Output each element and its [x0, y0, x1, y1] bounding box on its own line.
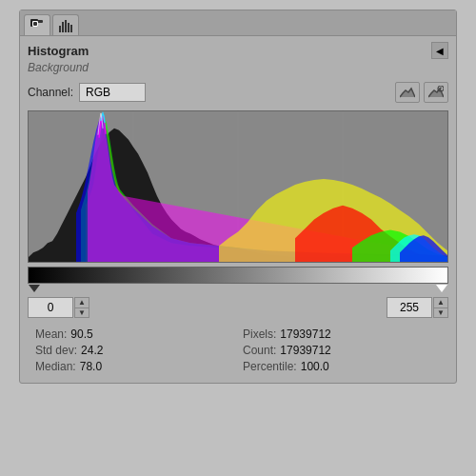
svg-rect-6 [65, 20, 67, 32]
left-increment-btn[interactable]: ▲ [74, 297, 89, 307]
gradient-bar [28, 267, 448, 284]
left-stepper-buttons: ▲ ▼ [74, 297, 89, 318]
channel-row: Channel: RGB Red Green Blue Luminosity C… [20, 78, 456, 107]
pixels-value: 17939712 [280, 327, 330, 341]
layer-name: Background [20, 61, 456, 78]
mountain-chart-icon [400, 86, 415, 99]
tab-layers[interactable] [24, 14, 50, 35]
svg-rect-4 [59, 26, 61, 32]
svg-rect-7 [68, 23, 69, 32]
histogram-display [28, 110, 448, 263]
percentile-stat: Percentile: 100.0 [243, 360, 441, 373]
left-stepper-group: ▲ ▼ [28, 297, 89, 318]
mean-value: 90.5 [70, 327, 92, 341]
percentile-value: 100.0 [301, 360, 329, 373]
refresh-chart-icon [428, 86, 444, 99]
pixels-label: Pixels: [243, 327, 276, 341]
median-stat: Median: 78.0 [35, 360, 233, 373]
svg-rect-3 [33, 22, 37, 26]
tab-bar [20, 10, 456, 36]
count-label: Count: [243, 344, 276, 357]
histogram-panel: Histogram ◀ Background Channel: RGB Red … [19, 10, 457, 384]
percentile-label: Percentile: [243, 360, 297, 373]
stddev-label: Std dev: [35, 344, 77, 357]
collapse-button[interactable]: ◀ [431, 42, 448, 59]
mean-label: Mean: [35, 327, 67, 341]
right-increment-btn[interactable]: ▲ [433, 297, 448, 307]
svg-marker-9 [400, 89, 415, 97]
refresh-icon-btn[interactable] [424, 82, 448, 103]
channel-select-wrapper: RGB Red Green Blue Luminosity Colors [79, 83, 146, 102]
tab-histogram[interactable] [52, 14, 79, 35]
right-decrement-btn[interactable]: ▼ [433, 307, 448, 318]
right-triangle[interactable] [436, 285, 447, 292]
stddev-value: 24.2 [81, 344, 103, 357]
stats-section: Mean: 90.5 Pixels: 17939712 Std dev: 24.… [20, 324, 456, 383]
svg-rect-5 [62, 22, 64, 32]
count-value: 17939712 [280, 344, 330, 357]
left-decrement-btn[interactable]: ▼ [74, 307, 89, 318]
histogram-svg [29, 111, 447, 262]
histogram-tab-icon [58, 18, 73, 33]
input-row: ▲ ▼ ▲ ▼ [20, 288, 456, 324]
panel-title: Histogram [28, 44, 89, 58]
uncached-icon-btn[interactable] [395, 82, 420, 103]
median-value: 78.0 [80, 360, 102, 373]
count-stat: Count: 17939712 [243, 344, 441, 357]
mean-stat: Mean: 90.5 [35, 327, 233, 341]
channel-icons [395, 82, 448, 103]
channel-label: Channel: [28, 86, 73, 99]
svg-rect-8 [70, 25, 72, 32]
left-triangle[interactable] [29, 285, 40, 292]
right-stepper-buttons: ▲ ▼ [433, 297, 448, 318]
channel-select[interactable]: RGB Red Green Blue Luminosity Colors [79, 83, 146, 102]
median-label: Median: [35, 360, 76, 373]
right-value-input[interactable] [387, 297, 432, 318]
right-stepper-group: ▲ ▼ [387, 297, 448, 318]
svg-marker-10 [428, 89, 444, 97]
pixels-stat: Pixels: 17939712 [243, 327, 441, 341]
stddev-stat: Std dev: 24.2 [35, 344, 233, 357]
panel-header: Histogram ◀ [20, 36, 456, 61]
left-value-input[interactable] [28, 297, 73, 318]
layers-icon [30, 18, 45, 33]
